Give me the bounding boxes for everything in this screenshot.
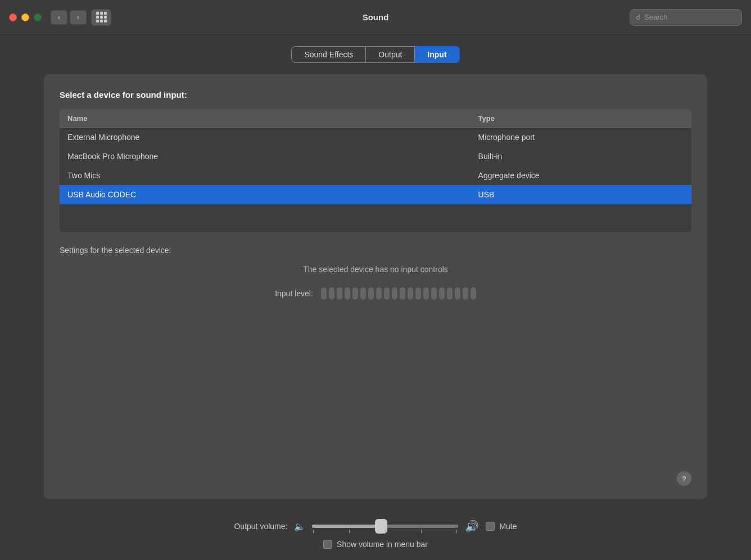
- device-type: Built-in: [470, 147, 691, 166]
- col-name-header: Name: [60, 110, 470, 128]
- bottom-bar: Output volume: 🔈 🔊 Mute Show volume in m…: [0, 511, 751, 560]
- mute-area: Mute: [486, 522, 517, 531]
- level-pill-11: [400, 287, 405, 300]
- device-name: USB Audio CODEC: [60, 185, 470, 204]
- grid-icon: [96, 12, 107, 22]
- table-header-row: Name Type: [60, 110, 691, 128]
- device-table: Name Type External Microphone Microphone…: [60, 110, 691, 232]
- grid-view-button[interactable]: [91, 9, 111, 26]
- help-btn-row: ?: [60, 471, 691, 486]
- device-name: MacBook Pro Microphone: [60, 147, 470, 166]
- volume-high-icon[interactable]: 🔊: [465, 520, 479, 533]
- device-type: Microphone port: [470, 128, 691, 147]
- level-pill-20: [470, 287, 476, 300]
- tabs: Sound Effects Output Input: [291, 46, 459, 63]
- tab-sound-effects[interactable]: Sound Effects: [291, 46, 366, 63]
- slider-tick: [385, 530, 386, 533]
- level-pill-3: [337, 287, 342, 300]
- device-name: External Microphone: [60, 128, 470, 147]
- panel-title: Select a device for sound input:: [60, 90, 691, 100]
- titlebar: ‹ › Sound ☌ Search: [0, 0, 751, 35]
- level-pill-4: [345, 287, 350, 300]
- level-pill-6: [360, 287, 366, 300]
- device-name: Two Mics: [60, 166, 470, 185]
- level-pill-1: [321, 287, 327, 300]
- show-volume-in-menubar-checkbox[interactable]: [323, 540, 332, 549]
- table-row-empty: [60, 204, 691, 232]
- input-level-label: Input level:: [275, 289, 313, 298]
- window-title: Sound: [363, 12, 389, 22]
- level-pill-2: [329, 287, 334, 300]
- level-pill-16: [439, 287, 445, 300]
- device-type: Aggregate device: [470, 166, 691, 185]
- level-pill-17: [447, 287, 453, 300]
- level-pill-15: [431, 287, 437, 300]
- tab-output[interactable]: Output: [366, 46, 415, 63]
- level-pill-9: [384, 287, 390, 300]
- level-pill-5: [352, 287, 358, 300]
- level-pill-7: [368, 287, 374, 300]
- maximize-button[interactable]: [34, 13, 42, 21]
- panel: Select a device for sound input: Name Ty…: [44, 74, 707, 499]
- slider-ticks: [312, 530, 458, 533]
- help-button[interactable]: ?: [677, 471, 691, 486]
- forward-button[interactable]: ›: [70, 10, 87, 25]
- output-volume-label: Output volume:: [234, 522, 287, 531]
- input-level-row: Input level:: [60, 287, 691, 300]
- slider-tick: [456, 530, 457, 533]
- level-pill-10: [392, 287, 397, 300]
- level-pill-8: [376, 287, 382, 300]
- search-box[interactable]: ☌ Search: [630, 9, 742, 26]
- show-volume-in-menubar-label: Show volume in menu bar: [337, 540, 428, 549]
- level-pill-14: [423, 287, 429, 300]
- no-controls-message: The selected device has no input control…: [60, 265, 691, 274]
- volume-row: Output volume: 🔈 🔊 Mute: [234, 520, 517, 533]
- volume-slider-track[interactable]: [312, 525, 458, 528]
- search-placeholder: Search: [644, 13, 667, 21]
- mute-checkbox[interactable]: [486, 522, 495, 531]
- table-row-selected[interactable]: USB Audio CODEC USB: [60, 185, 691, 204]
- table-row[interactable]: Two Mics Aggregate device: [60, 166, 691, 185]
- tab-input[interactable]: Input: [415, 46, 459, 63]
- traffic-lights: [9, 13, 42, 21]
- table-row[interactable]: External Microphone Microphone port: [60, 128, 691, 147]
- nav-buttons: ‹ ›: [51, 10, 87, 25]
- slider-tick: [421, 530, 422, 533]
- settings-label: Settings for the selected device:: [60, 246, 691, 255]
- menu-bar-row: Show volume in menu bar: [323, 540, 428, 549]
- search-icon: ☌: [636, 13, 641, 21]
- back-button[interactable]: ‹: [51, 10, 67, 25]
- table-row[interactable]: MacBook Pro Microphone Built-in: [60, 147, 691, 166]
- slider-tick: [349, 530, 350, 533]
- close-button[interactable]: [9, 13, 17, 21]
- mute-label: Mute: [499, 522, 517, 531]
- volume-slider-fill: [312, 525, 381, 528]
- level-indicators: [321, 287, 476, 300]
- volume-low-icon[interactable]: 🔈: [294, 521, 305, 532]
- device-type: USB: [470, 185, 691, 204]
- slider-tick: [313, 530, 314, 533]
- level-pill-18: [455, 287, 460, 300]
- minimize-button[interactable]: [21, 13, 29, 21]
- col-type-header: Type: [470, 110, 691, 128]
- level-pill-12: [408, 287, 413, 300]
- level-pill-13: [415, 287, 421, 300]
- main-content: Sound Effects Output Input Select a devi…: [0, 35, 751, 511]
- level-pill-19: [463, 287, 468, 300]
